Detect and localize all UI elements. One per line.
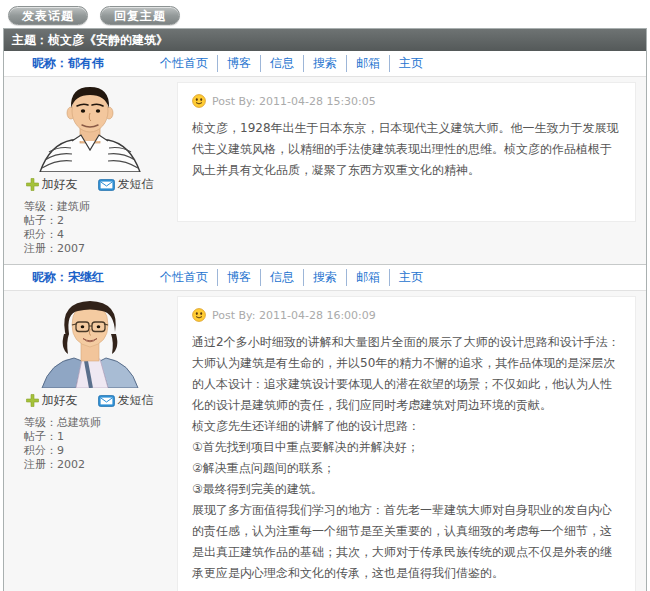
post-1-content: Post By: 2011-04-28 15:30:05 桢文彦，1928年出生… [177, 82, 636, 222]
post-2-paragraph: ①首先找到项目中重点要解决的并解决好； [192, 437, 621, 458]
stat-registered: 注册：2002 [24, 458, 175, 472]
post-1-content-wrap: Post By: 2011-04-28 15:30:05 桢文彦，1928年出生… [175, 77, 646, 264]
post-2-sidebar: 加好友 发短信 等级：总建筑师 帖子：1 积分：9 注册：2002 [4, 291, 175, 591]
avatar-male-illustration[interactable] [34, 84, 146, 172]
post-1-meta: Post By: 2011-04-28 15:30:05 [192, 93, 621, 109]
nav-link-search[interactable]: 搜索 [304, 269, 347, 286]
post-1-paragraph: 桢文彦，1928年出生于日本东京，日本现代主义建筑大师。他一生致力于发展现代主义… [192, 118, 621, 181]
send-message-button[interactable]: 发短信 [98, 176, 154, 193]
nav-link-info[interactable]: 信息 [261, 55, 304, 72]
post-1-header: 昵称：郁有伟 个性首页 博客 信息 搜索 邮箱 主页 [4, 51, 646, 77]
stat-level: 等级：建筑师 [24, 200, 175, 214]
avatar-female-illustration[interactable] [34, 298, 146, 388]
stat-points: 积分：4 [24, 228, 175, 242]
post-2-content: Post By: 2011-04-28 16:00:09 通过2个多小时细致的讲… [177, 296, 636, 591]
post-2-paragraph: ②解决重点问题间的联系； [192, 458, 621, 479]
plus-icon [26, 394, 39, 407]
add-friend-button[interactable]: 加好友 [26, 176, 78, 193]
post-2-stats: 等级：总建筑师 帖子：1 积分：9 注册：2002 [4, 409, 175, 480]
post-2-body: 加好友 发短信 等级：总建筑师 帖子：1 积分：9 注册：2002 [4, 291, 646, 591]
topic-title: 主题：桢文彦《安静的建筑》 [12, 33, 168, 47]
stat-threads: 帖子：2 [24, 214, 175, 228]
nav-link-blog[interactable]: 博客 [218, 55, 261, 72]
nav-link-info[interactable]: 信息 [261, 269, 304, 286]
add-friend-label: 加好友 [42, 176, 78, 193]
post-2: 昵称：宋继红 个性首页 博客 信息 搜索 邮箱 主页 [4, 264, 646, 591]
post-2-paragraph: ③最终得到完美的建筑。 [192, 479, 621, 500]
plus-icon [26, 178, 39, 191]
envelope-icon [98, 179, 115, 191]
stat-points: 积分：9 [24, 444, 175, 458]
post-2-paragraph: 展现了多方面值得我们学习的地方：首先老一辈建筑大师对自身职业的发自内心的责任感，… [192, 500, 621, 584]
nav-link-profile[interactable]: 个性首页 [151, 269, 218, 286]
post-1-sidebar: 加好友 发短信 等级：建筑师 帖子：2 积分：4 注册：2007 [4, 77, 175, 264]
post-2-nav: 个性首页 博客 信息 搜索 邮箱 主页 [151, 269, 432, 286]
post-2-header: 昵称：宋继红 个性首页 博客 信息 搜索 邮箱 主页 [4, 265, 646, 291]
stat-level: 等级：总建筑师 [24, 416, 175, 430]
smiley-icon [192, 308, 206, 322]
nav-link-mail[interactable]: 邮箱 [347, 55, 390, 72]
nav-link-profile[interactable]: 个性首页 [151, 55, 218, 72]
toolbar: 发表话题 回复主题 [0, 0, 650, 28]
nav-link-blog[interactable]: 博客 [218, 269, 261, 286]
post-1-body: 加好友 发短信 等级：建筑师 帖子：2 积分：4 注册：2007 [4, 77, 646, 264]
post-2-meta: Post By: 2011-04-28 16:00:09 [192, 307, 621, 323]
nav-link-homepage[interactable]: 主页 [390, 55, 432, 72]
post-2-date: Post By: 2011-04-28 16:00:09 [212, 309, 376, 322]
post-1-actions: 加好友 发短信 [4, 176, 175, 193]
post-1-nav: 个性首页 博客 信息 搜索 邮箱 主页 [151, 55, 432, 72]
stat-threads: 帖子：1 [24, 430, 175, 444]
post-1-nickname: 昵称：郁有伟 [4, 55, 151, 72]
smiley-icon [192, 94, 206, 108]
nav-link-mail[interactable]: 邮箱 [347, 269, 390, 286]
add-friend-label: 加好友 [42, 392, 78, 409]
post-2-actions: 加好友 发短信 [4, 392, 175, 409]
nav-link-homepage[interactable]: 主页 [390, 269, 432, 286]
post-2-content-wrap: Post By: 2011-04-28 16:00:09 通过2个多小时细致的讲… [175, 291, 646, 591]
reply-topic-button[interactable]: 回复主题 [100, 6, 180, 25]
send-message-button[interactable]: 发短信 [98, 392, 154, 409]
add-friend-button[interactable]: 加好友 [26, 392, 78, 409]
nav-link-search[interactable]: 搜索 [304, 55, 347, 72]
post-topic-button[interactable]: 发表话题 [8, 6, 88, 25]
post-2-paragraph: 桢文彦先生还详细的讲解了他的设计思路： [192, 416, 621, 437]
envelope-icon [98, 395, 115, 407]
post-1: 昵称：郁有伟 个性首页 博客 信息 搜索 邮箱 主页 [4, 51, 646, 264]
send-message-label: 发短信 [118, 392, 154, 409]
post-1-stats: 等级：建筑师 帖子：2 积分：4 注册：2007 [4, 193, 175, 264]
thread-container: 主题：桢文彦《安静的建筑》 昵称：郁有伟 个性首页 博客 信息 搜索 邮箱 主页 [3, 28, 647, 591]
post-2-nickname: 昵称：宋继红 [4, 269, 151, 286]
post-2-paragraph: 通过2个多小时细致的讲解和大量图片全面的展示了大师的设计思路和设计手法：大师认为… [192, 332, 621, 416]
send-message-label: 发短信 [118, 176, 154, 193]
stat-registered: 注册：2007 [24, 242, 175, 256]
post-1-date: Post By: 2011-04-28 15:30:05 [212, 95, 376, 108]
topic-title-bar: 主题：桢文彦《安静的建筑》 [4, 29, 646, 51]
